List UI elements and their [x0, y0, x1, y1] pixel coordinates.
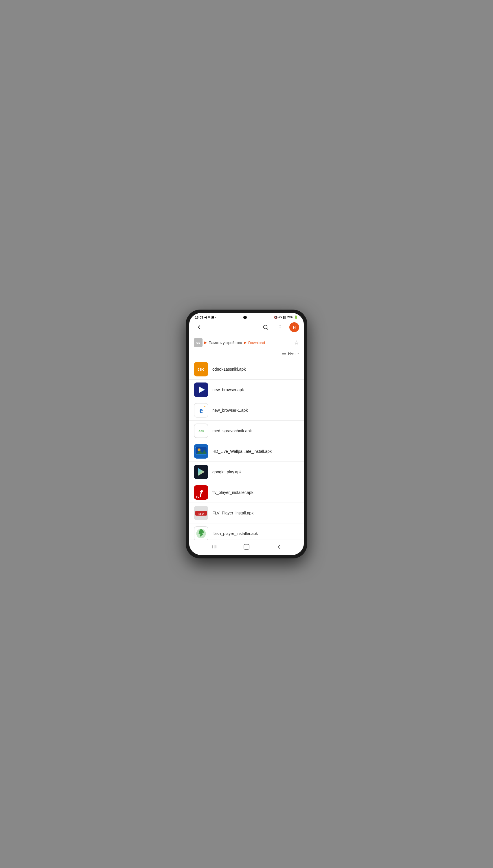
list-item[interactable]: flash_player_installer.apk — [189, 523, 304, 540]
network-icon: 4G — [278, 316, 282, 319]
svg-text:ƒ: ƒ — [199, 489, 203, 497]
status-left: 18:03 ◀ ⊕ 🖼 • — [195, 316, 216, 319]
svg-rect-35 — [214, 545, 214, 548]
avatar[interactable]: H — [289, 322, 299, 332]
list-item[interactable]: new_browser.apk — [189, 379, 304, 400]
battery-icon: 🔋 — [294, 316, 298, 319]
file-name: FLV_Player_install.apk — [212, 511, 254, 515]
wifi-icon: ⊕ — [208, 316, 210, 319]
svg-line-1 — [267, 328, 268, 329]
sort-direction-arrow[interactable]: ↑ — [297, 351, 299, 356]
sort-label[interactable]: Имя — [288, 351, 295, 356]
sort-icon[interactable]: ≔ — [282, 351, 286, 356]
list-item[interactable]: OK odnok1assniki.apk — [189, 359, 304, 379]
avatar-letter: H — [293, 325, 296, 329]
file-name: new_browser-1.apk — [212, 408, 248, 413]
nav-menu-button[interactable] — [210, 543, 218, 551]
photo-icon: 🖼 — [211, 316, 214, 319]
svg-text:.APK: .APK — [198, 429, 205, 433]
file-icon-play-blue — [194, 383, 208, 397]
file-list: OK odnok1assniki.apk new_browser.apk — [189, 359, 304, 540]
top-bar-right: H — [260, 322, 299, 332]
breadcrumb: ▶ Память устройства ▶ Download ☆ — [189, 335, 304, 350]
file-name: HD_Live_Wallpa...ate_install.apk — [212, 449, 272, 454]
status-bar: 18:03 ◀ ⊕ 🖼 • 🔇 4G ▌▌ 26% 🔋 — [189, 313, 304, 320]
time: 18:03 — [195, 316, 203, 319]
file-icon-apk: .APK — [194, 424, 208, 438]
svg-point-3 — [280, 327, 281, 328]
list-item[interactable]: e * new_browser-1.apk — [189, 400, 304, 421]
breadcrumb-path1[interactable]: Память устройства — [209, 341, 242, 345]
battery-text: 26% — [287, 316, 293, 319]
file-icon-wallpaper — [194, 444, 208, 459]
list-item[interactable]: ƒ LV flv_player_installer.apk — [189, 482, 304, 503]
signal-icon: ◀ — [204, 316, 207, 319]
svg-point-2 — [280, 325, 281, 326]
file-icon-flash-green — [194, 526, 208, 540]
file-name: med_spravochnik.apk — [212, 429, 252, 433]
mute-icon: 🔇 — [274, 316, 277, 319]
svg-point-4 — [280, 329, 281, 329]
dot-icon: • — [215, 316, 216, 319]
breadcrumb-active[interactable]: Download — [248, 341, 265, 345]
svg-text:FLV: FLV — [198, 513, 204, 516]
nav-back-button[interactable] — [275, 543, 283, 551]
camera-notch — [243, 316, 247, 319]
back-button[interactable] — [194, 322, 204, 332]
list-item[interactable]: google_play.apk — [189, 462, 304, 482]
nav-home-button[interactable] — [242, 543, 251, 551]
svg-text:e: e — [199, 406, 203, 415]
svg-text:OK: OK — [198, 367, 205, 372]
list-item[interactable]: .APK med_spravochnik.apk — [189, 421, 304, 441]
list-item[interactable]: FLV FLV_Player_install.apk — [189, 503, 304, 523]
bars-icon: ▌▌ — [283, 316, 286, 319]
file-icon-ie: e * — [194, 403, 208, 417]
status-right: 🔇 4G ▌▌ 26% 🔋 — [274, 316, 298, 319]
file-icon-flash-red: ƒ LV — [194, 485, 208, 500]
top-bar: H — [189, 320, 304, 335]
file-icon-google-play — [194, 465, 208, 479]
file-name: flash_player_installer.apk — [212, 531, 258, 536]
nav-bar — [189, 540, 304, 555]
breadcrumb-arrow-1: ▶ — [204, 341, 207, 345]
sort-bar: ≔ Имя ↑ — [189, 350, 304, 359]
home-icon[interactable] — [194, 338, 202, 347]
phone-frame: 18:03 ◀ ⊕ 🖼 • 🔇 4G ▌▌ 26% 🔋 — [186, 309, 307, 559]
file-name: odnok1assniki.apk — [212, 367, 245, 371]
breadcrumb-arrow-2: ▶ — [244, 341, 246, 345]
file-icon-flv: FLV — [194, 506, 208, 520]
svg-point-0 — [263, 325, 267, 329]
file-name: new_browser.apk — [212, 387, 244, 392]
phone-screen: 18:03 ◀ ⊕ 🖼 • 🔇 4G ▌▌ 26% 🔋 — [189, 313, 304, 555]
file-name: google_play.apk — [212, 470, 241, 474]
file-name: flv_player_installer.apk — [212, 490, 254, 495]
favorite-button[interactable]: ☆ — [294, 339, 299, 346]
list-item[interactable]: HD_Live_Wallpa...ate_install.apk — [189, 441, 304, 462]
search-button[interactable] — [260, 322, 271, 332]
svg-rect-37 — [244, 544, 249, 549]
file-icon-ok: OK — [194, 362, 208, 376]
svg-rect-36 — [216, 545, 216, 548]
more-options-button[interactable] — [275, 322, 285, 332]
svg-rect-34 — [212, 545, 213, 548]
svg-text:LV: LV — [196, 496, 199, 499]
svg-text:*: * — [204, 405, 206, 409]
